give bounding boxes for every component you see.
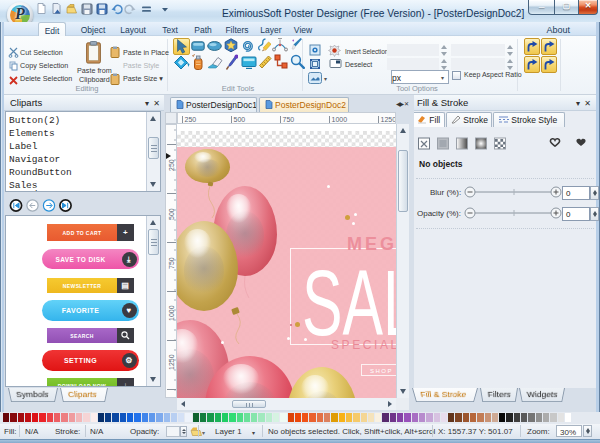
svg-text:750: 750 bbox=[283, 116, 295, 123]
svg-text:250: 250 bbox=[168, 159, 175, 171]
svg-text:1250: 1250 bbox=[381, 116, 397, 123]
svg-text:500: 500 bbox=[168, 208, 175, 220]
svg-text:750: 750 bbox=[168, 257, 175, 269]
svg-text:500: 500 bbox=[234, 116, 246, 123]
svg-text:1000: 1000 bbox=[332, 116, 348, 123]
svg-text:1000: 1000 bbox=[168, 305, 175, 321]
svg-text:1250: 1250 bbox=[168, 354, 175, 370]
svg-text:250: 250 bbox=[185, 116, 197, 123]
